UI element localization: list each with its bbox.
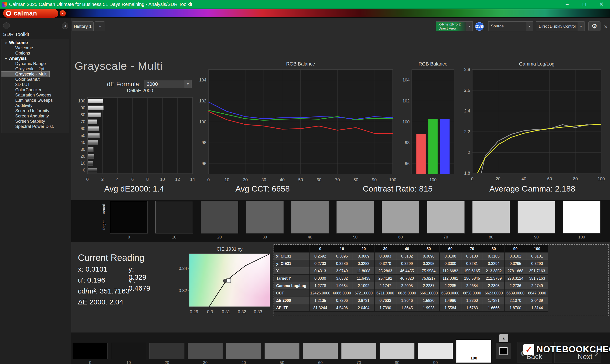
sidebar-item-color-gamut[interactable]: Color Gamut: [1, 77, 69, 82]
table-value-cell: 6647.0000: [526, 289, 548, 297]
sidebar-item-screen-stability[interactable]: Screen Stability: [1, 119, 69, 124]
table-value-cell: 0.4313: [310, 267, 331, 275]
svg-text:60: 60: [80, 126, 85, 131]
workflow-tree: ▾WelcomeWelcomeOptions▾AnalysisDynamic R…: [1, 39, 69, 133]
table-value-cell: 0.3102: [396, 252, 418, 260]
table-value-cell: 2.2395: [483, 282, 505, 289]
svg-text:40: 40: [521, 177, 526, 181]
table-value-cell: 1.2360: [461, 297, 483, 304]
svg-text:70: 70: [335, 178, 340, 182]
svg-text:0.34: 0.34: [179, 266, 187, 271]
test-patch-70[interactable]: 70: [341, 343, 376, 364]
table-value-cell: 2.2684: [461, 282, 483, 289]
calman-menu-caret[interactable]: ▼: [60, 10, 66, 16]
calman-logo-button[interactable]: calman: [3, 9, 58, 18]
svg-text:100: 100: [389, 178, 396, 182]
minimize-button[interactable]: –: [558, 0, 576, 9]
sidebar-item-options[interactable]: Options: [1, 51, 69, 56]
sidebar-item-screen-angularity[interactable]: Screen Angularity: [1, 113, 69, 119]
sidebar-item-3d-lut[interactable]: 3D LUT: [1, 82, 69, 87]
close-button[interactable]: ✕: [593, 0, 610, 9]
sidebar-item-saturation-sweeps[interactable]: Saturation Sweeps: [1, 92, 69, 98]
test-patch-20[interactable]: 20: [149, 343, 184, 364]
tab-history-1[interactable]: History 1: [72, 21, 94, 31]
table-value-cell: 0.3089: [353, 252, 375, 260]
svg-text:90: 90: [80, 105, 85, 110]
pattern-panel-expand-button[interactable]: ▲: [499, 334, 508, 342]
panel-collapse-button[interactable]: »: [602, 21, 610, 31]
patch-label: 20: [149, 360, 184, 364]
maximize-button[interactable]: □: [576, 0, 593, 9]
test-patch-0[interactable]: 0: [73, 343, 108, 364]
svg-text:12: 12: [175, 177, 180, 182]
swatch-color: [201, 201, 238, 234]
sidebar-item-screen-uniformity[interactable]: Screen Uniformity: [1, 108, 69, 113]
reading-de: ΔE 2000: 2.04: [78, 298, 123, 306]
calman-logo-text: calman: [13, 10, 37, 17]
sidebar-item-grayscale-2pt[interactable]: Grayscale - 2pt: [1, 66, 69, 71]
grayscale-swatch-60: 60: [382, 201, 419, 240]
table-value-cell: 278.3124: [505, 275, 526, 282]
sidebar-item-additivity[interactable]: Additivity: [1, 103, 69, 108]
svg-text:0.32: 0.32: [179, 288, 187, 293]
tree-group-welcome[interactable]: ▾Welcome: [1, 40, 69, 45]
table-value-cell: 6639.0000: [505, 289, 526, 297]
table-value-cell: 1.3646: [396, 297, 418, 304]
test-patch-30[interactable]: 30: [188, 343, 223, 364]
sidebar-menu-button[interactable]: [3, 22, 10, 29]
sidebar-item-luminance-sweeps[interactable]: Luminance Sweeps: [1, 98, 69, 103]
test-patch-80[interactable]: 80: [380, 343, 415, 364]
sidebar-item-colorchecker[interactable]: ColorChecker: [1, 87, 69, 92]
svg-text:0.3: 0.3: [207, 310, 213, 314]
test-patch-100[interactable]: 100: [456, 340, 491, 363]
gear-icon: ⚙: [592, 23, 597, 30]
swatch-label: 70: [427, 235, 465, 240]
tab-add-button[interactable]: +: [95, 21, 105, 31]
svg-text:0.33: 0.33: [254, 310, 262, 314]
svg-text:0: 0: [471, 177, 473, 181]
svg-text:2.4: 2.4: [464, 109, 470, 113]
meter-mode: Direct View: [439, 26, 461, 30]
meter-dropdown[interactable]: X-Rite i1Pro 2 Direct View ▼: [436, 21, 473, 31]
sidebar-item-spectral-power-dist[interactable]: Spectral Power Dist.: [1, 124, 69, 129]
sidebar-item-grayscale-multi[interactable]: Grayscale - Multi: [1, 71, 49, 77]
svg-text:20: 20: [80, 154, 85, 159]
swatch-color: [155, 201, 193, 234]
reading-uv: u': 0.196 v': 0.4679: [78, 276, 105, 284]
patch-color: [418, 343, 453, 359]
svg-text:98: 98: [405, 140, 410, 145]
swatch-color: [291, 201, 329, 234]
test-patch-60[interactable]: 60: [303, 343, 338, 364]
patch-color: [226, 343, 261, 359]
swatch-label: 10: [155, 235, 193, 240]
table-value-cell: 6598.0000: [440, 289, 461, 297]
patch-label: 90: [418, 360, 453, 364]
patch-color: [380, 343, 415, 359]
sidebar: ◀ SDR Toolkit ▾WelcomeWelcomeOptions▾Ana…: [0, 18, 71, 364]
test-patch-50[interactable]: 50: [264, 343, 299, 364]
sidebar-item-dynamic-range[interactable]: Dynamic Range: [1, 61, 69, 66]
table-value-cell: 0.7633: [375, 297, 396, 304]
display-control-dropdown[interactable]: Direct Display Control ▼: [536, 21, 584, 31]
calman-app-window: Calman 2025 Calman Ultimate for Business…: [0, 0, 610, 364]
patch-label: 100: [456, 356, 491, 361]
test-patch-90[interactable]: 90: [418, 343, 453, 364]
settings-button[interactable]: ⚙: [588, 21, 600, 31]
pattern-window-button[interactable]: [496, 343, 511, 359]
sidebar-collapse-button[interactable]: ◀: [62, 22, 68, 29]
table-value-cell: 6686.0000: [331, 289, 353, 297]
tree-group-analysis[interactable]: ▾Analysis: [1, 56, 69, 61]
test-patch-40[interactable]: 40: [226, 343, 261, 364]
swatch-label: 80: [472, 235, 510, 240]
rgb-balance-bar-title: RGB Balance: [412, 61, 454, 67]
de-formula-dropdown[interactable]: 2000 ▼: [144, 80, 192, 88]
table-value-cell: 112.0381: [440, 275, 461, 282]
source-dropdown[interactable]: Source ▼: [488, 21, 533, 31]
sidebar-item-welcome[interactable]: Welcome: [1, 45, 69, 51]
table-value-cell: 0.7206: [331, 297, 353, 304]
swatch-color: [472, 201, 510, 234]
test-patch-10[interactable]: 10: [111, 343, 146, 364]
grayscale-swatch-100: 100: [563, 201, 600, 240]
svg-text:96: 96: [202, 161, 206, 166]
svg-text:40: 40: [280, 178, 285, 182]
